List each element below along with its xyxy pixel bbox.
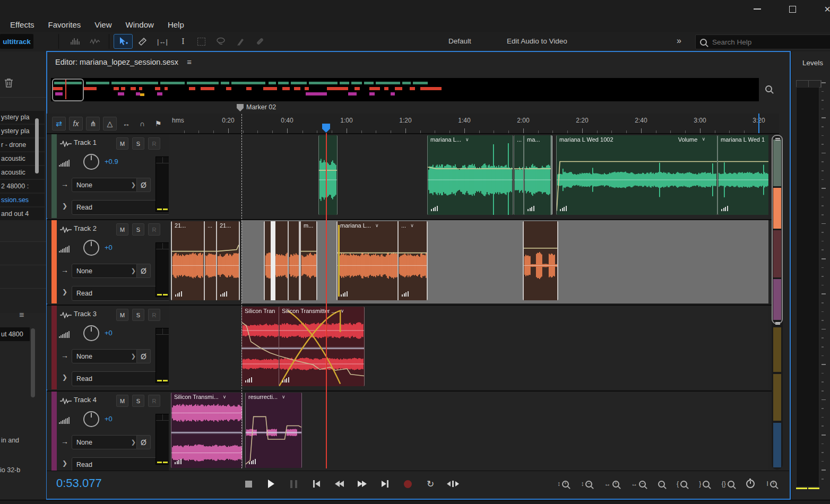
- spectral-view-icon[interactable]: [86, 34, 104, 48]
- delete-file-button[interactable]: [4, 78, 13, 88]
- track-expander-icon[interactable]: ❯: [62, 288, 67, 296]
- clip-audio[interactable]: [288, 221, 300, 300]
- pause-button[interactable]: [288, 477, 300, 491]
- volume-envelope[interactable]: [217, 221, 239, 300]
- volume-envelope[interactable]: [514, 135, 523, 215]
- clip-stretch-icon[interactable]: ↔: [120, 117, 133, 130]
- track-expander-icon[interactable]: ❯: [62, 373, 67, 381]
- track-name[interactable]: Track 1: [74, 138, 97, 146]
- clip-audio[interactable]: [523, 221, 558, 300]
- list-item[interactable]: io 32-b: [0, 466, 20, 474]
- clip-mariana-l-wed-1002[interactable]: mariana L Wed 1002Volume∨: [556, 135, 717, 215]
- zoom-amplitude-button[interactable]: I+: [767, 480, 777, 488]
- clip-21[interactable]: 21...: [216, 221, 240, 300]
- file-list-scrollbar[interactable]: [35, 118, 39, 173]
- solo-button[interactable]: S: [132, 137, 144, 150]
- lasso-selection-tool-button[interactable]: [212, 34, 230, 48]
- lower-list-scrollbar[interactable]: [31, 328, 35, 397]
- volume-envelope[interactable]: [242, 307, 279, 386]
- fx-icon[interactable]: fx: [69, 117, 83, 131]
- clip-ma[interactable]: ma...: [524, 135, 552, 215]
- arm-record-button[interactable]: R: [148, 395, 160, 407]
- clip-audio[interactable]: [264, 221, 289, 300]
- volume-envelope[interactable]: [338, 221, 397, 300]
- mute-button[interactable]: M: [116, 137, 128, 150]
- clip-item[interactable]: ...: [204, 221, 217, 300]
- levels-meter[interactable]: [796, 87, 819, 487]
- marker-pin-icon[interactable]: ⚑: [152, 117, 165, 130]
- timer-button[interactable]: [746, 480, 755, 488]
- file-item-ssion-ses[interactable]: ssion.ses: [0, 194, 45, 206]
- envelope-select-chevron-icon[interactable]: ∨: [702, 136, 705, 143]
- marker-flag-icon[interactable]: [237, 104, 244, 111]
- stop-button[interactable]: [242, 477, 255, 491]
- track-lane[interactable]: Silicon TranSilicon Transmitter ...∨: [169, 306, 768, 389]
- track-expander-icon[interactable]: ❯: [62, 202, 67, 210]
- crossfade-curves[interactable]: [279, 307, 364, 386]
- volume-envelope[interactable]: [205, 221, 216, 300]
- volume-envelope[interactable]: [557, 135, 717, 215]
- volume-envelope[interactable]: [399, 221, 427, 300]
- clip-mariana-l[interactable]: mariana L...∨: [427, 135, 513, 215]
- list-item[interactable]: in and: [1, 437, 19, 444]
- mute-button[interactable]: M: [116, 309, 128, 321]
- menu-item-window[interactable]: Window: [119, 20, 161, 29]
- track-lane[interactable]: 21......21...m...mariana L...∨...∨: [169, 220, 768, 303]
- clip-silicon-transmitter[interactable]: Silicon Transmitter ...∨: [279, 307, 365, 386]
- zoom-to-selection-button[interactable]: {}: [722, 480, 734, 488]
- zoom-in-horizontal-button[interactable]: ↔+: [604, 480, 619, 488]
- clip-21[interactable]: 21...: [171, 221, 205, 300]
- clip-item[interactable]: ...∨: [397, 221, 428, 300]
- solo-button[interactable]: S: [132, 309, 144, 321]
- volume-knob[interactable]: [83, 240, 99, 256]
- clip-silicon-tran[interactable]: Silicon Tran: [241, 307, 280, 386]
- clip-menu-chevron-icon[interactable]: ∨: [410, 223, 414, 228]
- zoom-to-in-point-button[interactable]: {: [677, 480, 687, 488]
- workspace-overflow-button[interactable]: »: [677, 36, 681, 46]
- track-expander-icon[interactable]: ❯: [62, 459, 67, 467]
- tracks-scrollbar[interactable]: [772, 134, 783, 470]
- monitor-input-icon[interactable]: ∩: [136, 117, 149, 130]
- workspace-default-button[interactable]: Default: [448, 37, 471, 45]
- clip-menu-chevron-icon[interactable]: ∨: [375, 223, 379, 228]
- solo-button[interactable]: S: [132, 395, 144, 407]
- input-select[interactable]: None❯: [72, 349, 141, 363]
- time-selection-tool-button[interactable]: I: [174, 34, 192, 48]
- volume-knob[interactable]: [83, 154, 99, 170]
- session-overview-strip[interactable]: [51, 78, 759, 101]
- clip-mariana-l[interactable]: mariana L...∨: [336, 221, 399, 300]
- overview-zoom-rect[interactable]: [52, 79, 84, 101]
- gain-value[interactable]: +0.9: [105, 158, 118, 166]
- marquee-selection-tool-button[interactable]: [192, 34, 210, 48]
- mute-button[interactable]: M: [116, 395, 128, 407]
- clip-audio[interactable]: [318, 135, 338, 215]
- input-select[interactable]: None❯: [72, 178, 141, 192]
- move-tool-button[interactable]: [114, 34, 132, 48]
- zoom-full-button[interactable]: ·: [658, 481, 665, 488]
- panel-menu-icon[interactable]: ≡: [19, 310, 24, 320]
- volume-envelope[interactable]: [524, 221, 557, 300]
- move-to-previous-button[interactable]: [310, 477, 323, 491]
- clip-routing-icon[interactable]: ⇄: [52, 117, 66, 131]
- mute-button[interactable]: M: [116, 223, 128, 236]
- editor-menu-icon[interactable]: ≡: [187, 57, 192, 66]
- zoom-out-horizontal-button[interactable]: ↔−: [631, 480, 646, 488]
- clip-item[interactable]: ...: [514, 135, 524, 215]
- sends-icon[interactable]: ⋔: [86, 117, 100, 131]
- gain-value[interactable]: +0: [105, 329, 113, 337]
- volume-envelope[interactable]: [301, 221, 316, 300]
- volume-knob[interactable]: [83, 411, 99, 427]
- clip-mariana-l-wed-1[interactable]: mariana L Wed 1: [717, 135, 768, 215]
- metronome-icon[interactable]: △: [103, 117, 117, 131]
- skip-selection-button[interactable]: [447, 477, 460, 491]
- clip-menu-chevron-icon[interactable]: ∨: [341, 308, 344, 314]
- phase-invert-button[interactable]: Ø: [136, 264, 151, 278]
- play-button[interactable]: [265, 477, 278, 491]
- menu-item-view[interactable]: View: [88, 20, 118, 29]
- arm-record-button[interactable]: R: [148, 309, 160, 321]
- rewind-button[interactable]: [333, 477, 346, 491]
- list-item[interactable]: ut 4800: [0, 327, 30, 341]
- phase-invert-button[interactable]: Ø: [136, 435, 151, 449]
- workspace-edit-audio-to-video-button[interactable]: Edit Audio to Video: [507, 37, 567, 45]
- track-name[interactable]: Track 2: [74, 224, 97, 232]
